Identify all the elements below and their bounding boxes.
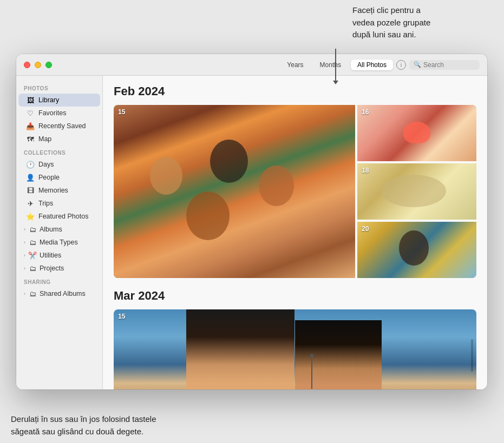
tab-years[interactable]: Years [280, 59, 310, 70]
traffic-lights [24, 62, 52, 68]
sidebar-section-photos: Photos [16, 81, 102, 94]
recently-saved-icon: 📥 [26, 122, 35, 130]
sidebar-label-memories: Memories [38, 187, 68, 194]
projects-icon: 🗂 [28, 264, 37, 273]
annotation-bottom-arrow [311, 356, 312, 389]
utilities-chevron: › [24, 253, 25, 258]
feb-thumb3-count: 20 [362, 225, 369, 233]
sidebar-item-recently-saved[interactable]: 📥 Recently Saved [18, 120, 100, 133]
info-button[interactable]: i [396, 60, 406, 70]
sidebar-label-days: Days [38, 161, 54, 168]
annotation-top: Faceți clic pentru a vedea pozele grupat… [352, 0, 493, 41]
minimize-button[interactable] [35, 62, 41, 68]
sidebar-label-favorites: Favorites [38, 109, 66, 117]
shared-albums-icon: 🗂 [28, 289, 37, 298]
person-overlay [186, 309, 294, 389]
sidebar-item-albums[interactable]: › 🗂 Albums [18, 223, 100, 236]
sidebar-item-library[interactable]: 🖼 Library [18, 94, 100, 107]
sidebar-label-shared-albums: Shared Albums [40, 290, 86, 297]
feb-2024-thumb-3[interactable]: 20 [357, 222, 476, 278]
albums-icon: 🗂 [28, 225, 37, 234]
feb-2024-thumb-2[interactable]: 18 [357, 163, 476, 220]
mar-2024-main-photo[interactable]: 15 [114, 309, 476, 389]
sidebar-label-trips: Trips [38, 200, 53, 207]
annotation-bottom: Derulați în sus sau în jos folosind tast… [11, 413, 227, 443]
photos-window: Years Months All Photos i 🔍 Photos 🖼 Lib… [16, 54, 487, 389]
favorites-icon: ♡ [26, 109, 35, 117]
feb-2024-side-photos: 16 18 20 [357, 105, 476, 278]
projects-chevron: › [24, 266, 25, 271]
people-icon: 👤 [26, 173, 35, 182]
sidebar-item-utilities[interactable]: › ✂️ Utilities [18, 249, 100, 262]
sidebar-label-media-types: Media Types [40, 239, 78, 246]
memories-icon: 🎞 [26, 186, 35, 195]
search-input[interactable] [423, 61, 477, 69]
feb-2024-label-area: Feb 2024 [114, 84, 476, 98]
search-icon: 🔍 [414, 61, 421, 68]
scroll-indicator [471, 339, 473, 372]
titlebar: Years Months All Photos i 🔍 [16, 54, 487, 76]
annotation-bottom-line1: Derulați în sus sau în jos folosind tast… [11, 414, 156, 424]
days-icon: 🕐 [26, 160, 35, 169]
sidebar-item-memories[interactable]: 🎞 Memories [18, 184, 100, 197]
fullscreen-button[interactable] [45, 62, 52, 68]
sidebar-label-featured-photos: Featured Photos [38, 213, 88, 220]
window-body: Photos 🖼 Library ♡ Favorites 📥 Recently … [16, 76, 487, 389]
tab-months[interactable]: Months [313, 59, 348, 70]
trips-icon: ✈ [26, 199, 35, 208]
feb-thumb2-count: 18 [362, 167, 369, 174]
sidebar-label-utilities: Utilities [40, 252, 61, 259]
sidebar-item-shared-albums[interactable]: › 🗂 Shared Albums [18, 287, 100, 300]
mar-2024-label-area: Mar 2024 [114, 289, 476, 303]
group-photo-bg [114, 105, 355, 278]
sidebar: Photos 🖼 Library ♡ Favorites 📥 Recently … [16, 76, 103, 389]
annotation-line2: vedea pozele grupate [352, 18, 430, 27]
feb-2024-section: Feb 2024 15 [114, 84, 476, 278]
sidebar-label-albums: Albums [40, 226, 62, 233]
annotation-line3: după luni sau ani. [352, 30, 416, 39]
shared-albums-chevron: › [24, 291, 25, 296]
close-button[interactable] [24, 62, 30, 68]
sidebar-label-recently-saved: Recently Saved [38, 122, 86, 130]
feb-2024-main-photo[interactable]: 15 [114, 105, 355, 278]
map-icon: 🗺 [26, 135, 35, 143]
search-bar[interactable]: 🔍 [409, 60, 480, 70]
mar-2024-section: Mar 2024 15 [114, 289, 476, 389]
annotation-bottom-line2: săgeată sau glisând cu două degete. [11, 427, 143, 436]
sidebar-label-projects: Projects [40, 265, 64, 272]
media-types-icon: 🗂 [28, 238, 37, 247]
feb-2024-label: Feb 2024 [114, 84, 165, 98]
sidebar-item-days[interactable]: 🕐 Days [18, 158, 100, 171]
utilities-icon: ✂️ [28, 251, 37, 260]
mar-2024-label: Mar 2024 [114, 289, 165, 302]
sidebar-section-sharing: Sharing [16, 275, 102, 287]
sidebar-item-trips[interactable]: ✈ Trips [18, 197, 100, 210]
feb-2024-grid[interactable]: 15 16 18 [114, 105, 476, 278]
sidebar-item-media-types[interactable]: › 🗂 Media Types [18, 236, 100, 249]
feb-main-count: 15 [118, 108, 125, 116]
feb-2024-thumb-1[interactable]: 16 [357, 105, 476, 161]
featured-photos-icon: ⭐ [26, 212, 35, 221]
sidebar-item-favorites[interactable]: ♡ Favorites [18, 107, 100, 120]
sidebar-label-map: Map [38, 135, 51, 143]
titlebar-right: Years Months All Photos i 🔍 [280, 59, 480, 70]
library-icon: 🖼 [26, 96, 35, 104]
annotation-line1: Faceți clic pentru a [352, 5, 421, 15]
annotation-top-arrow [335, 49, 336, 81]
person2-overlay [295, 320, 382, 389]
main-content: Feb 2024 15 [103, 76, 487, 389]
sidebar-item-projects[interactable]: › 🗂 Projects [18, 262, 100, 275]
sidebar-section-collections: Collections [16, 146, 102, 158]
media-types-chevron: › [24, 240, 25, 245]
mar-main-count: 15 [118, 313, 125, 320]
sidebar-label-people: People [38, 174, 60, 181]
tab-all-photos[interactable]: All Photos [351, 59, 393, 70]
albums-chevron: › [24, 227, 25, 232]
sidebar-label-library: Library [38, 96, 59, 104]
feb-thumb1-count: 16 [362, 108, 369, 116]
sidebar-item-featured-photos[interactable]: ⭐ Featured Photos [18, 210, 100, 223]
sidebar-item-map[interactable]: 🗺 Map [18, 133, 100, 146]
sidebar-item-people[interactable]: 👤 People [18, 171, 100, 184]
